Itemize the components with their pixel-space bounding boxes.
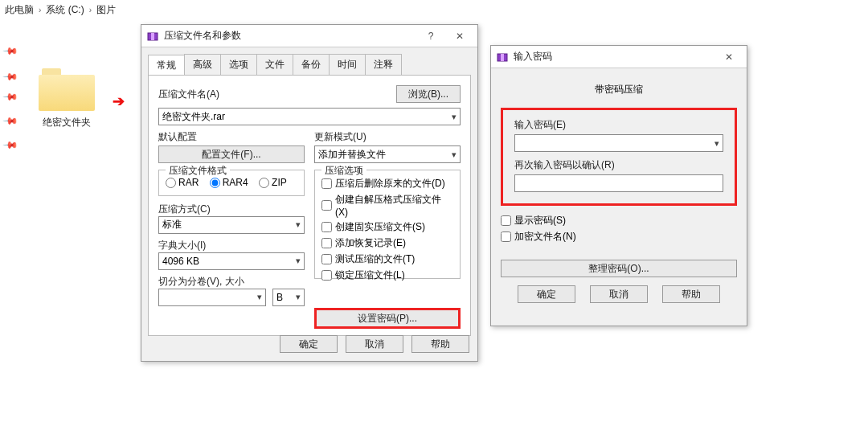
chk-recovery[interactable]: 添加恢复记录(E) — [321, 236, 453, 250]
archive-name-label: 压缩文件名(A) — [158, 88, 390, 101]
breadcrumb-folder[interactable]: 图片 — [96, 3, 116, 17]
split-size-input[interactable] — [158, 289, 266, 306]
split-unit-select[interactable]: B — [272, 289, 305, 306]
breadcrumb-thispc[interactable]: 此电脑 — [5, 3, 34, 17]
tab-comment[interactable]: 注释 — [365, 54, 402, 75]
tab-advanced[interactable]: 高级 — [184, 54, 221, 75]
pin-icon: 📌 — [2, 68, 19, 85]
chk-delete-after[interactable]: 压缩后删除原来的文件(D) — [321, 177, 453, 191]
format-label: 压缩文件格式 — [166, 164, 230, 178]
pin-icon: 📌 — [2, 43, 19, 59]
password-dialog: 输入密码 ✕ 带密码压缩 输入密码(E) 再次输入密码以确认(R) 显示密码(S… — [490, 45, 747, 326]
options-label: 压缩选项 — [321, 164, 366, 178]
reenter-password-input[interactable] — [514, 174, 723, 192]
update-mode-select[interactable]: 添加并替换文件 — [314, 145, 461, 163]
chevron-right-icon: › — [39, 6, 41, 14]
arrow-right-icon: ➔ — [113, 92, 125, 110]
organize-passwords-button[interactable]: 整理密码(O)... — [501, 260, 737, 277]
close-button[interactable]: ✕ — [445, 27, 474, 46]
archive-name-input[interactable]: 绝密文件夹.rar — [158, 108, 461, 125]
chk-lock[interactable]: 锁定压缩文件(L) — [321, 268, 453, 282]
dialog-buttons: 确定 取消 帮助 — [280, 335, 469, 353]
format-zip[interactable]: ZIP — [259, 177, 287, 188]
reenter-password-label: 再次输入密码以确认(R) — [514, 158, 723, 172]
folder-icon — [39, 67, 95, 111]
tab-time[interactable]: 时间 — [329, 54, 366, 75]
options-group: 压缩选项 压缩后删除原来的文件(D) 创建自解压格式压缩文件(X) 创建固实压缩… — [314, 170, 461, 279]
chk-test[interactable]: 测试压缩的文件(T) — [321, 252, 453, 266]
ok-button[interactable]: 确定 — [518, 285, 575, 303]
subtitle: 带密码压缩 — [501, 83, 737, 96]
update-mode-label: 更新模式(U) — [314, 130, 461, 144]
winrar-icon — [496, 51, 509, 64]
cancel-button[interactable]: 取消 — [590, 285, 648, 303]
password-highlight: 输入密码(E) 再次输入密码以确认(R) — [501, 108, 737, 206]
dialog-title: 输入密码 — [514, 50, 714, 64]
dialog-buttons: 确定 取消 帮助 — [501, 285, 737, 303]
format-rar4[interactable]: RAR4 — [210, 177, 248, 188]
dict-label: 字典大小(I) — [158, 239, 305, 252]
password-body: 带密码压缩 输入密码(E) 再次输入密码以确认(R) 显示密码(S) 加密文件名… — [491, 68, 747, 313]
split-label: 切分为分卷(V), 大小 — [158, 275, 305, 289]
dialog-title: 压缩文件名和参数 — [164, 29, 416, 43]
set-password-button[interactable]: 设置密码(P)... — [314, 308, 461, 329]
help-button[interactable]: ? — [416, 27, 445, 46]
tab-options[interactable]: 选项 — [220, 54, 257, 75]
method-select[interactable]: 标准 — [158, 216, 305, 234]
svg-rect-1 — [151, 33, 154, 40]
folder-label: 绝密文件夹 — [31, 116, 103, 129]
pin-icon: 📌 — [2, 137, 19, 154]
method-label: 压缩方式(C) — [158, 203, 305, 216]
chk-show-password[interactable]: 显示密码(S) — [501, 214, 737, 227]
tab-backup[interactable]: 备份 — [293, 54, 330, 75]
tab-general[interactable]: 常规 — [148, 55, 185, 76]
help-button[interactable]: 帮助 — [411, 335, 469, 353]
enter-password-label: 输入密码(E) — [514, 118, 723, 132]
breadcrumb-drive[interactable]: 系统 (C:) — [46, 3, 84, 17]
breadcrumb: 此电脑 › 系统 (C:) › 图片 — [0, 0, 868, 20]
folder-item[interactable]: 绝密文件夹 — [31, 67, 103, 129]
pin-icon: 📌 — [2, 88, 19, 105]
pin-icon: 📌 — [2, 113, 19, 129]
close-button[interactable]: ✕ — [714, 47, 743, 67]
tab-body-general: 压缩文件名(A) 浏览(B)... 绝密文件夹.rar 默认配置 配置文件(F)… — [148, 75, 471, 336]
chk-sfx[interactable]: 创建自解压格式压缩文件(X) — [321, 193, 453, 218]
format-group: 压缩文件格式 RAR RAR4 ZIP — [158, 170, 305, 196]
chk-solid[interactable]: 创建固实压缩文件(S) — [321, 220, 453, 234]
dict-select[interactable]: 4096 KB — [158, 252, 305, 270]
tab-strip: 常规 高级 选项 文件 备份 时间 注释 — [141, 47, 477, 75]
titlebar[interactable]: 压缩文件名和参数 ? ✕ — [141, 25, 477, 47]
profile-button[interactable]: 配置文件(F)... — [158, 145, 305, 163]
default-profile-label: 默认配置 — [158, 130, 305, 144]
tab-files[interactable]: 文件 — [256, 54, 293, 75]
chk-encrypt-names[interactable]: 加密文件名(N) — [501, 230, 737, 244]
browse-button[interactable]: 浏览(B)... — [396, 85, 461, 103]
archive-dialog: 压缩文件名和参数 ? ✕ 常规 高级 选项 文件 备份 时间 注释 压缩文件名(… — [141, 24, 478, 362]
chevron-right-icon: › — [89, 6, 92, 14]
winrar-icon — [146, 30, 159, 43]
svg-rect-3 — [501, 54, 504, 61]
ok-button[interactable]: 确定 — [280, 335, 338, 353]
titlebar[interactable]: 输入密码 ✕ — [491, 46, 747, 68]
help-button[interactable]: 帮助 — [662, 285, 720, 303]
format-rar[interactable]: RAR — [166, 177, 199, 188]
cancel-button[interactable]: 取消 — [346, 335, 403, 353]
password-input[interactable] — [514, 134, 723, 152]
